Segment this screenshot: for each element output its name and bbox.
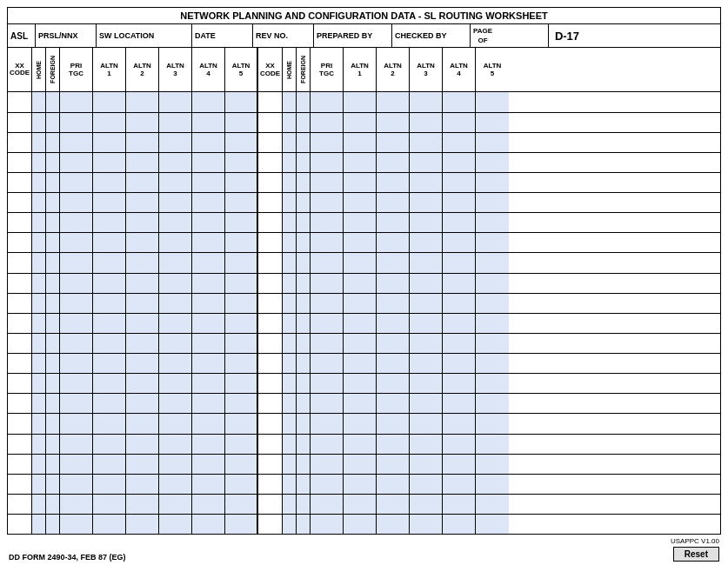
table-row: [8, 133, 720, 153]
table-row: [8, 495, 720, 515]
data-cell: [159, 113, 192, 132]
data-cell: [443, 173, 476, 192]
data-cell: [126, 233, 159, 252]
data-cell: [476, 314, 509, 333]
data-cell: [93, 113, 126, 132]
data-cell: [443, 435, 476, 454]
col-altn3-right: ALTN3: [410, 48, 443, 91]
data-cell: [311, 153, 344, 172]
data-cell: [60, 515, 93, 534]
data-cell: [410, 475, 443, 494]
data-cell: [443, 233, 476, 252]
data-cell: [410, 334, 443, 353]
data-cell: [46, 354, 60, 373]
data-cell: [46, 233, 60, 252]
data-cell: [225, 193, 258, 212]
data-cell: [410, 515, 443, 534]
data-cell: [225, 213, 258, 232]
data-cell: [159, 495, 192, 514]
col-xx-code-left: XX CODE: [8, 48, 32, 91]
data-cell: [32, 253, 46, 272]
data-cell: [225, 314, 258, 333]
data-cell: [377, 253, 410, 272]
data-cell: [297, 253, 311, 272]
data-cell: [476, 435, 509, 454]
data-cell: [159, 173, 192, 192]
data-cell: [126, 133, 159, 152]
data-cell: [476, 394, 509, 413]
data-cell: [476, 515, 509, 534]
table-row: [8, 213, 720, 233]
data-cell: [8, 213, 32, 232]
data-cell: [311, 173, 344, 192]
data-cell: [225, 133, 258, 152]
data-cell: [283, 455, 297, 474]
data-cell: [46, 334, 60, 353]
data-cell: [476, 475, 509, 494]
data-cell: [159, 354, 192, 373]
data-cell: [297, 394, 311, 413]
data-cell: [159, 475, 192, 494]
data-cell: [93, 515, 126, 534]
data-cell: [476, 495, 509, 514]
data-cell: [60, 133, 93, 152]
data-cell: [443, 495, 476, 514]
table-row: [8, 354, 720, 374]
data-cell: [297, 515, 311, 534]
data-cell: [311, 133, 344, 152]
data-cell: [311, 435, 344, 454]
data-cell: [297, 334, 311, 353]
data-cell: [443, 153, 476, 172]
data-cell: [225, 92, 258, 111]
data-cell: [476, 133, 509, 152]
data-cell: [377, 374, 410, 393]
data-cell: [32, 274, 46, 293]
data-cell: [377, 354, 410, 373]
data-cell: [225, 153, 258, 172]
asl-header: ASL: [8, 24, 36, 47]
data-cell: [192, 274, 225, 293]
data-cell: [192, 193, 225, 212]
col-pri-left: PRITGC: [60, 48, 93, 91]
col-pri-right: PRITGC: [311, 48, 344, 91]
data-cell: [126, 193, 159, 212]
data-cell: [192, 414, 225, 433]
data-cell: [8, 435, 32, 454]
data-cell: [344, 233, 377, 252]
data-cell: [46, 314, 60, 333]
footer-right: USAPPC V1.00 Reset: [671, 537, 719, 562]
data-cell: [297, 314, 311, 333]
data-cell: [344, 153, 377, 172]
data-cell: [377, 233, 410, 252]
data-cell: [60, 274, 93, 293]
data-cell: [258, 374, 283, 393]
reset-button[interactable]: Reset: [673, 547, 719, 562]
data-cell: [126, 294, 159, 313]
data-cell: [60, 374, 93, 393]
data-cell: [60, 455, 93, 474]
data-cell: [192, 294, 225, 313]
data-cell: [476, 173, 509, 192]
data-cell: [126, 394, 159, 413]
prsl-header: PRSL/NNX: [36, 24, 97, 47]
data-cell: [46, 173, 60, 192]
data-cell: [283, 394, 297, 413]
data-cell: [344, 113, 377, 132]
data-cell: [192, 173, 225, 192]
form-label: DD FORM 2490-34, FEB 87 (EG): [9, 553, 126, 562]
data-cell: [8, 515, 32, 534]
data-cell: [410, 133, 443, 152]
data-cell: [344, 274, 377, 293]
data-cell: [60, 334, 93, 353]
data-cell: [377, 314, 410, 333]
data-cell: [283, 113, 297, 132]
data-cell: [192, 435, 225, 454]
data-cell: [225, 374, 258, 393]
data-cell: [46, 414, 60, 433]
data-cell: [443, 274, 476, 293]
data-cell: [192, 354, 225, 373]
data-cell: [8, 414, 32, 433]
data-cell: [159, 414, 192, 433]
data-cell: [311, 314, 344, 333]
data-cell: [192, 495, 225, 514]
